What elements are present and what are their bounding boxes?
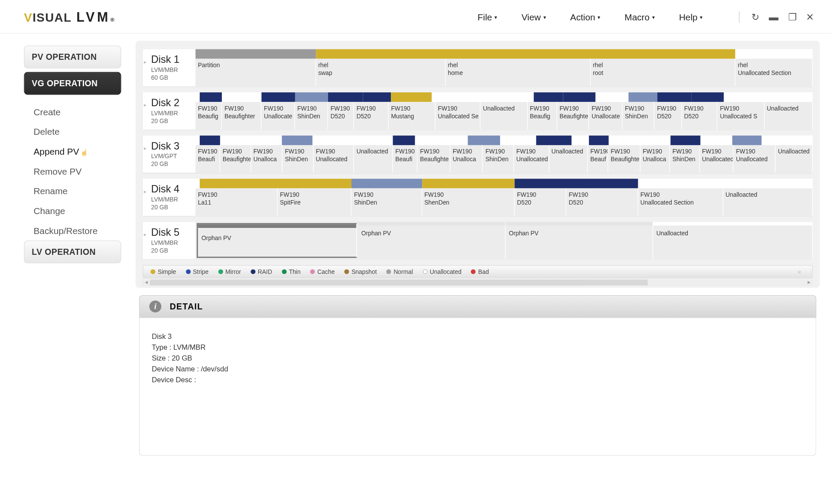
partition-cell[interactable]: FW190Unallocate xyxy=(262,102,295,130)
disk-header[interactable]: ▸Disk 4LVM/MBR20 GB xyxy=(143,179,195,216)
expand-arrow-icon[interactable]: ▸ xyxy=(144,231,147,237)
bar-segment[interactable] xyxy=(514,179,638,188)
lv-operation-button[interactable]: LV OPERATION xyxy=(24,241,121,263)
menu-action[interactable]: Action ▾ xyxy=(570,12,601,23)
disk-header[interactable]: ▸Disk 3LVM/GPT20 GB xyxy=(143,136,195,173)
disk-row[interactable]: ▸Disk 2LVM/MBR20 GBFW190BeaufigFW190Beau… xyxy=(143,92,812,130)
partition-cell[interactable]: Orphan PV xyxy=(505,225,652,259)
partition-cell[interactable]: FW190D520 xyxy=(566,189,638,216)
bar-segment[interactable] xyxy=(671,136,700,145)
partition-cell[interactable]: FW190ShinDen xyxy=(483,145,514,173)
maximize-icon[interactable]: ❐ xyxy=(788,11,796,23)
bar-segment[interactable] xyxy=(432,92,534,102)
menu-macro[interactable]: Macro ▾ xyxy=(624,12,655,23)
disk-scrollbar[interactable]: ◄► xyxy=(143,280,812,286)
disk-header[interactable]: ▸Disk 5LVM/MBR20 GB xyxy=(143,222,195,259)
bar-segment[interactable] xyxy=(262,92,295,102)
bar-segment[interactable] xyxy=(534,92,563,102)
partition-cell[interactable]: FW190Beauf xyxy=(588,145,608,173)
expand-arrow-icon[interactable]: ▸ xyxy=(144,145,147,151)
partition-cell[interactable]: Orphan PV xyxy=(198,228,356,257)
bar-segment[interactable] xyxy=(536,136,571,145)
disk-row[interactable]: ▸Disk 1LVM/MBR60 GBPartitionrhelswaprhel… xyxy=(143,49,812,86)
bar-segment[interactable] xyxy=(692,92,724,102)
bar-segment[interactable] xyxy=(609,136,670,145)
vg-item-rename[interactable]: Rename xyxy=(29,181,121,201)
partition-bar[interactable] xyxy=(198,224,356,228)
expand-arrow-icon[interactable]: ▸ xyxy=(144,189,147,195)
bar-segment[interactable] xyxy=(732,136,762,145)
bar-segment[interactable] xyxy=(282,136,313,145)
partition-cell[interactable]: Orphan PV xyxy=(358,225,505,259)
bar-segment[interactable] xyxy=(735,49,812,59)
bar-segment[interactable] xyxy=(328,92,363,102)
partition-cell[interactable]: FW190Beaufig xyxy=(195,102,222,130)
partition-cell[interactable]: FW190D520 xyxy=(328,102,354,130)
partition-cell[interactable]: FW190Unallocated S xyxy=(718,102,764,130)
bar-segment[interactable] xyxy=(415,136,468,145)
partition-bar[interactable] xyxy=(505,222,652,225)
partition-bar[interactable] xyxy=(653,222,812,225)
partition-cell[interactable]: FW190Unallocated Se xyxy=(436,102,481,130)
vg-item-change[interactable]: Change xyxy=(29,201,121,221)
partition-cell[interactable]: Unalloacted xyxy=(354,145,393,173)
partition-cell[interactable]: FW190Beaufi xyxy=(195,145,220,173)
partition-cell[interactable]: FW190Unallocated xyxy=(734,145,776,173)
bar-segment[interactable] xyxy=(422,179,515,188)
bar-segment[interactable] xyxy=(563,92,595,102)
expand-arrow-icon[interactable]: ▸ xyxy=(144,102,147,108)
bar-segment[interactable] xyxy=(316,49,735,59)
refresh-icon[interactable]: ↻ xyxy=(751,11,759,23)
partition-cell[interactable]: FW190ShinDen xyxy=(283,145,313,173)
bar-segment[interactable] xyxy=(200,92,222,102)
partition-cell[interactable]: FW190Unallocated xyxy=(313,145,354,173)
partition-cell[interactable]: Unalloacted xyxy=(653,225,812,259)
partition-cell[interactable]: FW190SpitFire xyxy=(278,189,352,216)
bar-segment[interactable] xyxy=(200,179,351,188)
partition-cell[interactable]: FW190D520 xyxy=(682,102,718,130)
bar-segment[interactable] xyxy=(195,179,200,188)
partition-cell[interactable]: FW190Beaufig xyxy=(527,102,557,130)
bar-segment[interactable] xyxy=(391,92,432,102)
vg-operation-button[interactable]: VG OPERATION xyxy=(24,72,121,95)
disk-row[interactable]: ▸Disk 3LVM/GPT20 GBFW190BeaufiFW190Beauf… xyxy=(143,136,812,173)
bar-segment[interactable] xyxy=(222,92,261,102)
bar-segment[interactable] xyxy=(200,136,220,145)
vg-item-backup-restore[interactable]: Backup/Restore xyxy=(29,221,121,241)
partition-cell[interactable]: FW190D520 xyxy=(655,102,682,130)
partition-cell[interactable]: FW190D520 xyxy=(354,102,389,130)
partition-cell[interactable]: Partition xyxy=(195,59,316,87)
bar-segment[interactable] xyxy=(220,136,282,145)
bar-segment[interactable] xyxy=(393,136,415,145)
partition-cell[interactable]: FW190D520 xyxy=(514,189,566,216)
menu-file[interactable]: File ▾ xyxy=(478,12,497,23)
bar-segment[interactable] xyxy=(657,92,692,102)
pv-operation-button[interactable]: PV OPERATION xyxy=(24,46,121,68)
partition-cell[interactable]: FW190Beaufighte xyxy=(608,145,640,173)
bar-segment[interactable] xyxy=(595,92,629,102)
vg-item-create[interactable]: Create xyxy=(29,102,121,122)
partition-cell[interactable]: FW190Beaufighte xyxy=(220,145,251,173)
partition-cell[interactable]: Unalloacted xyxy=(764,102,812,130)
partition-cell[interactable]: Unalloacted xyxy=(481,102,527,130)
bar-segment[interactable] xyxy=(313,136,393,145)
disk-header[interactable]: ▸Disk 2LVM/MBR20 GB xyxy=(143,92,195,130)
bar-segment[interactable] xyxy=(571,136,589,145)
disk-row[interactable]: ▸Disk 4LVM/MBR20 GBFW190La11FW190SpitFir… xyxy=(143,179,812,216)
bar-segment[interactable] xyxy=(195,49,316,59)
menu-view[interactable]: View ▾ xyxy=(521,12,546,23)
bar-segment[interactable] xyxy=(195,136,200,145)
bar-segment[interactable] xyxy=(629,92,657,102)
legend-collapse-icon[interactable]: « xyxy=(794,268,805,276)
bar-segment[interactable] xyxy=(762,136,812,145)
partition-cell[interactable]: Unalloacted xyxy=(549,145,588,173)
partition-cell[interactable]: FW190ShinDen xyxy=(670,145,699,173)
partition-cell[interactable]: FW190ShinDen xyxy=(351,189,422,216)
partition-cell[interactable]: FW190ShenDen xyxy=(422,189,515,216)
vg-item-append-pv[interactable]: Append PV☝ xyxy=(29,142,121,162)
disk-row[interactable]: ▸Disk 5LVM/MBR20 GBOrphan PVOrphan PVOrp… xyxy=(143,222,812,259)
partition-cell[interactable]: FW190Unallocated Section xyxy=(638,189,723,216)
close-icon[interactable]: ✕ xyxy=(806,11,814,23)
vg-item-delete[interactable]: Delete xyxy=(29,122,121,142)
bar-segment[interactable] xyxy=(351,179,422,188)
